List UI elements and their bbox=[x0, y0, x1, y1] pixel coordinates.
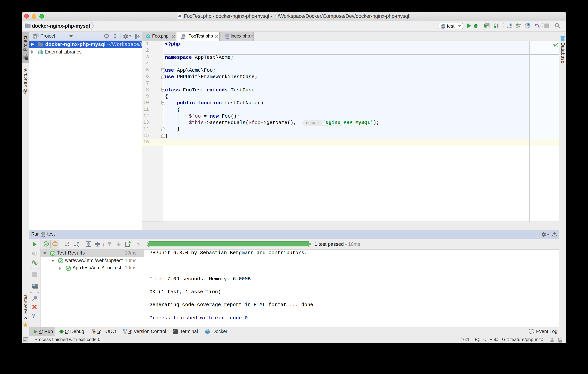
svg-text:a: a bbox=[67, 241, 69, 244]
svg-text:z: z bbox=[67, 244, 69, 247]
svg-text:php: php bbox=[181, 37, 185, 39]
svg-text:php: php bbox=[441, 26, 445, 28]
svg-text:C: C bbox=[147, 35, 149, 38]
svg-text:php: php bbox=[41, 235, 45, 237]
svg-text:php: php bbox=[224, 37, 229, 39]
